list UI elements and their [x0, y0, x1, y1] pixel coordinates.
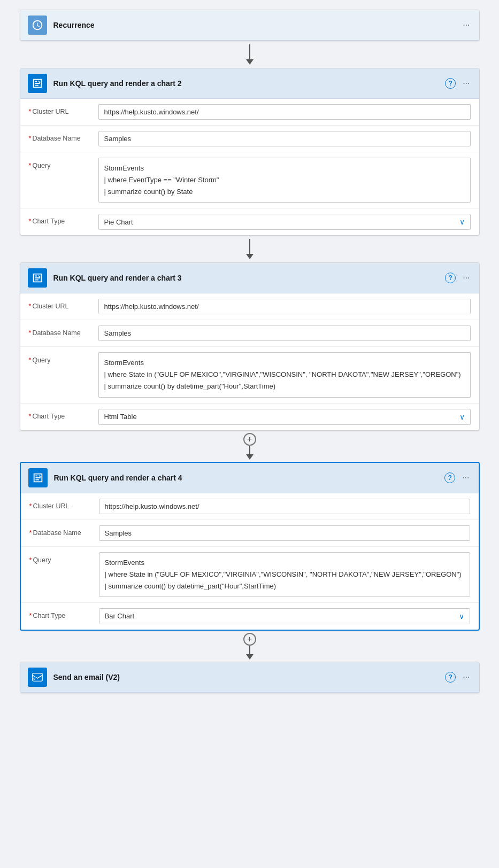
kql-card-2-header: Run KQL query and render a chart 2 ? ··· [20, 68, 479, 99]
kql-card-2-chart-row: *Chart Type Pie Chart ∨ [20, 208, 479, 235]
connector-2 [20, 239, 480, 259]
email-svg: O [32, 671, 43, 683]
email-card-help-btn[interactable]: ? [445, 672, 456, 683]
kql-card-2-more-btn[interactable]: ··· [461, 77, 471, 90]
connector-plus-4: + [20, 633, 480, 660]
kql-card-4-help-btn[interactable]: ? [444, 472, 455, 483]
kql-card-3-chart-select[interactable]: Html Table ∨ [98, 409, 471, 425]
kql-card-4-query-line3: | summarize count() by datetime_part("Ho… [105, 580, 464, 592]
kql-card-4-actions: ? ··· [444, 471, 471, 484]
kql-icon-4 [28, 468, 48, 487]
kql-card-3-query-value: StormEvents | where State in ("GULF OF M… [98, 352, 471, 397]
kql-card-3-db-label: *Database Name [29, 326, 98, 337]
kql-card-3-cluster-input[interactable] [98, 299, 471, 314]
kql-card-3-query-box[interactable]: StormEvents | where State in ("GULF OF M… [98, 352, 471, 397]
kql-card-3-db-value [98, 326, 471, 341]
connector-plus-3: + [20, 433, 480, 460]
kql-card-2-cluster-value [98, 104, 471, 120]
kql-card-4-query-value: StormEvents | where State in ("GULF OF M… [99, 552, 470, 597]
kql-card-2-chart-select[interactable]: Pie Chart ∨ [98, 214, 471, 230]
kql-icon-2 [28, 74, 47, 93]
plus-btn-3[interactable]: + [243, 433, 256, 446]
kql-card-3-chevron-icon: ∨ [459, 413, 465, 421]
kql-card-3: Run KQL query and render a chart 3 ? ···… [20, 262, 480, 430]
clock-svg [32, 19, 43, 31]
kql-card-4-query-row: *Query StormEvents | where State in ("GU… [21, 547, 479, 603]
kql-card-3-query-line3: | summarize count() by datetime_part("Ho… [104, 381, 465, 392]
kql-card-2-query-box[interactable]: StormEvents | where EventType == "Winter… [98, 158, 471, 203]
plus-btn-4[interactable]: + [243, 633, 256, 646]
kql-card-3-query-line2: | where State in ("GULF OF MEXICO","VIRG… [104, 369, 465, 381]
kql-card-3-actions: ? ··· [445, 272, 471, 284]
arrow-line-4 [249, 646, 250, 654]
kql-card-3-cluster-value [98, 299, 471, 314]
kql-card-4-more-btn[interactable]: ··· [460, 471, 471, 484]
kql-card-4-cluster-label: *Cluster URL [29, 499, 99, 510]
kql-card-4-body: *Cluster URL *Database Name *Query [21, 493, 479, 630]
recurrence-actions: ··· [461, 19, 471, 32]
kql-card-3-db-input[interactable] [98, 326, 471, 341]
email-card-more-btn[interactable]: ··· [461, 671, 471, 684]
kql-card-4-chevron-icon: ∨ [459, 612, 464, 621]
kql-card-2-cluster-label: *Cluster URL [29, 104, 98, 115]
kql-card-2-chart-label: *Chart Type [29, 214, 98, 225]
kql-card-2-db-row: *Database Name [20, 126, 479, 152]
arrow-line-3 [249, 446, 250, 454]
kql-card-2-query-line1: StormEvents [104, 162, 465, 174]
arrow-head-4 [246, 654, 254, 660]
kql-card-4-db-row: *Database Name [21, 520, 479, 547]
kql-card-4-chart-selected: Bar Chart [105, 612, 135, 620]
kql-card-4-cluster-input[interactable] [99, 499, 470, 514]
kql-card-4-chart-label: *Chart Type [29, 608, 99, 619]
kql-card-4-query-line2: | where State in ("GULF OF MEXICO","VIRG… [105, 569, 464, 580]
kql-card-2-help-btn[interactable]: ? [445, 78, 456, 89]
kql-card-3-title: Run KQL query and render a chart 3 [53, 274, 446, 282]
kql-card-2-actions: ? ··· [445, 77, 471, 90]
kql-card-2-chart-value: Pie Chart ∨ [98, 214, 471, 230]
arrow-head-2 [246, 254, 254, 259]
kql-card-2-cluster-row: *Cluster URL [20, 99, 479, 126]
connector-1 [20, 44, 480, 65]
recurrence-icon [28, 15, 47, 35]
arrow-line-1 [249, 44, 250, 59]
recurrence-card: Recurrence ··· [20, 10, 480, 41]
svg-text:O: O [33, 677, 35, 680]
kql-card-4-query-label: *Query [29, 552, 99, 564]
kql-card-2-query-line3: | summarize count() by State [104, 186, 465, 198]
kql-card-3-chart-value: Html Table ∨ [98, 409, 471, 425]
kql-card-3-query-line1: StormEvents [104, 357, 465, 369]
arrow-head-1 [246, 59, 254, 65]
email-card: O Send an email (V2) ? ··· [20, 662, 480, 693]
kql-card-4-header: Run KQL query and render a chart 4 ? ··· [21, 463, 479, 493]
kql-card-3-more-btn[interactable]: ··· [461, 272, 471, 284]
email-card-title: Send an email (V2) [53, 673, 446, 681]
kql-card-4-query-box[interactable]: StormEvents | where State in ("GULF OF M… [99, 552, 470, 597]
kql-card-2-query-row: *Query StormEvents | where EventType == … [20, 152, 479, 208]
kql-icon-3 [28, 268, 47, 288]
email-card-actions: ? ··· [445, 671, 471, 684]
kql-card-3-chart-label: *Chart Type [29, 409, 98, 420]
email-icon: O [28, 668, 47, 687]
recurrence-more-btn[interactable]: ··· [461, 19, 471, 32]
kql-card-4-db-label: *Database Name [29, 525, 99, 537]
kql-card-2-cluster-input[interactable] [98, 104, 471, 120]
kql-card-3-body: *Cluster URL *Database Name *Query [20, 293, 479, 430]
kql-card-3-query-label: *Query [29, 352, 98, 364]
email-card-header: O Send an email (V2) ? ··· [20, 662, 479, 693]
kql-card-3-chart-row: *Chart Type Html Table ∨ [20, 404, 479, 430]
kql-svg-2 [32, 78, 43, 89]
kql-card-3-chart-selected: Html Table [104, 413, 137, 421]
kql-card-2-chart-selected: Pie Chart [104, 218, 133, 226]
kql-card-2-query-line2: | where EventType == "Winter Storm" [104, 174, 465, 186]
kql-card-4-db-input[interactable] [99, 525, 470, 541]
kql-card-2: Run KQL query and render a chart 2 ? ···… [20, 68, 480, 236]
kql-card-4-db-value [99, 525, 470, 541]
kql-card-2-db-input[interactable] [98, 131, 471, 146]
kql-card-3-help-btn[interactable]: ? [445, 273, 456, 283]
kql-card-2-chevron-icon: ∨ [459, 218, 465, 226]
recurrence-title: Recurrence [53, 21, 462, 29]
kql-card-3-db-row: *Database Name [20, 320, 479, 347]
kql-svg-4 [32, 472, 44, 484]
recurrence-card-header: Recurrence ··· [20, 10, 479, 41]
kql-card-4-chart-select[interactable]: Bar Chart ∨ [99, 608, 470, 624]
